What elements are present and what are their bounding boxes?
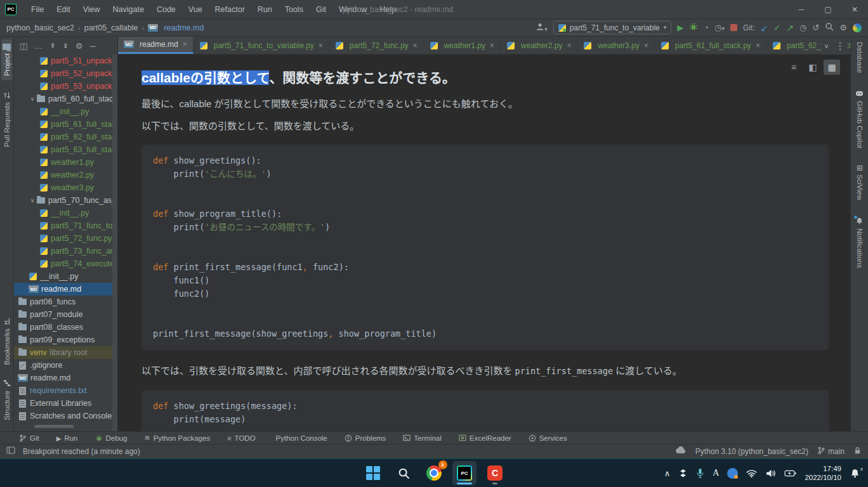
run-button[interactable]: ▶ [677,23,683,32]
tree-item[interactable]: part5_74_execute_fu [14,257,112,270]
tree-item[interactable]: part09_exceptions [14,334,112,346]
menu-item[interactable]: Vue [183,3,208,16]
history-button[interactable]: ◷ [799,23,806,32]
tree-item[interactable]: part5_53_unpack_an [14,80,112,93]
microphone-tray-icon[interactable] [696,468,704,479]
git-update-button[interactable]: ↙ [761,23,768,33]
split-view-icon[interactable]: ◧ [805,60,821,75]
project-hscrollbar-thumb[interactable] [34,425,74,428]
git-commit-button[interactable]: ✓ [773,23,780,32]
editor-tab[interactable]: part5_61_full_stack.py× [655,37,766,54]
tool-strip-button[interactable]: Bookmarks [2,313,12,370]
taskbar-clock[interactable]: 17:49 2022/10/10 [805,464,841,482]
status-message[interactable]: Breakpoint reached (a minute ago) [23,447,140,456]
tree-item[interactable]: __init__.py [14,207,112,219]
lock-icon[interactable] [853,446,862,457]
tabs-overflow-chevron-icon[interactable]: ∨ [824,42,829,49]
tool-window-button[interactable]: ≋Python Packages [144,434,210,442]
expand-all-icon[interactable]: ⇞ [49,42,55,50]
panel-settings-gear-icon[interactable]: ⚙ [76,41,83,51]
tree-item[interactable]: venvlibrary root [14,346,112,359]
tray-app-icon[interactable] [727,468,738,479]
tree-item[interactable]: weather2.py [14,169,112,181]
tool-window-button[interactable]: Services [529,434,567,442]
menu-item[interactable]: View [77,3,106,16]
editor-tab[interactable]: part5_71_func_to_variable.py× [194,37,329,54]
tool-window-button[interactable]: ▶Run [56,434,78,442]
maximize-button[interactable]: ▢ [815,0,841,18]
tree-item[interactable]: part08_classes [14,321,112,334]
tool-window-button[interactable]: ExcelReader [459,434,511,442]
code-with-me-icon[interactable] [853,23,862,32]
editor-tab[interactable]: weather1.py× [424,37,501,54]
chrome-taskbar-icon[interactable]: k [422,461,446,485]
profiler-button[interactable]: ◷▾ [714,23,725,32]
tree-item[interactable]: Scratches and Consoles [14,410,112,422]
search-icon[interactable] [825,22,834,34]
project-scrollbar-track[interactable] [112,55,117,431]
chevron-down-icon[interactable]: ∨ [29,96,36,102]
menu-item[interactable]: Code [151,3,181,16]
taskbar-search-button[interactable] [391,461,416,485]
hide-panel-icon[interactable]: ─ [89,41,95,51]
tool-strip-button[interactable]: ⊞SciView [855,165,864,200]
close-button[interactable]: ✕ [841,0,868,18]
tree-item[interactable]: External Libraries [14,397,112,410]
tree-item[interactable]: part5_73_func_and_ [14,245,112,257]
close-icon[interactable]: × [183,40,187,49]
tree-item[interactable]: part5_63_full_stack_ [14,143,112,156]
select-opened-file-icon[interactable]: ◫ [20,41,27,51]
git-branch[interactable]: main [817,446,845,457]
dropbox-tray-icon[interactable] [678,469,688,478]
tree-item[interactable]: part5_51_unpack_an [14,55,112,67]
preview-only-icon[interactable]: ▦ [824,60,840,75]
editor-tab[interactable]: MDreadme.md× [118,37,194,54]
tree-item[interactable]: __init__.py [14,105,112,118]
rollback-button[interactable]: ↺ [812,23,819,32]
collapse-all-icon[interactable]: ⇟ [63,42,69,50]
cloud-sync-icon[interactable] [675,446,687,456]
battery-icon[interactable] [784,470,796,477]
tree-item[interactable]: weather3.py [14,181,112,194]
close-icon[interactable]: × [319,41,323,50]
tree-item[interactable]: part5_61_full_stack.p [14,118,112,131]
tool-window-button[interactable]: Debug [95,434,128,442]
tree-item[interactable]: requirements.txt [14,384,112,397]
tray-chevron-up-icon[interactable]: ∧ [664,469,671,478]
more-options-icon[interactable]: … [34,41,43,51]
editor-tab[interactable]: weather2.py× [501,37,577,54]
tool-strip-button[interactable]: Structure [2,375,12,425]
menu-item[interactable]: Run [252,3,278,16]
tool-window-button[interactable]: Terminal [403,434,441,442]
close-icon[interactable]: × [413,41,418,50]
profile-icon[interactable]: ▾ [536,22,548,34]
tree-item[interactable]: part07_module [14,308,112,321]
settings-gear-icon[interactable]: ⚙ [839,23,847,32]
tool-strip-button[interactable]: GitHub Copilot [855,89,864,148]
close-icon[interactable]: × [644,41,648,50]
minimize-button[interactable]: ─ [788,0,815,18]
tool-strip-button[interactable]: Project [1,39,12,81]
menu-item[interactable]: Navigate [107,3,150,16]
git-push-button[interactable]: ↗ [786,23,794,33]
tool-strip-button[interactable]: Notifications [855,217,864,268]
menu-item[interactable]: Tools [279,3,309,16]
stop-button[interactable] [730,24,737,31]
chevron-down-icon[interactable]: ∨ [29,197,36,204]
menu-item[interactable]: Git [310,3,332,16]
python-interpreter[interactable]: Python 3.10 (python_basic_sec2) [695,447,808,456]
editor-tab[interactable]: weather3.py× [577,37,654,54]
tabs-menu-kebab-icon[interactable]: ⋮ [835,40,845,52]
notification-bell-icon[interactable]: z [850,468,860,479]
pycharm-taskbar-icon[interactable]: PC [452,461,477,485]
tool-strip-button[interactable]: Pull Requests [2,87,12,152]
tool-window-button[interactable]: Python Console [273,434,327,442]
tree-item[interactable]: part5_62_full_stack_ [14,131,112,143]
close-icon[interactable]: × [567,41,571,50]
menu-item[interactable]: File [25,3,49,16]
breadcrumb-item[interactable]: MDreadme.md [148,23,204,32]
volume-icon[interactable] [765,469,776,478]
tree-item[interactable]: weather1.py [14,156,112,169]
camtasia-taskbar-icon[interactable]: C [483,461,507,485]
menu-item[interactable]: Edit [51,3,76,16]
